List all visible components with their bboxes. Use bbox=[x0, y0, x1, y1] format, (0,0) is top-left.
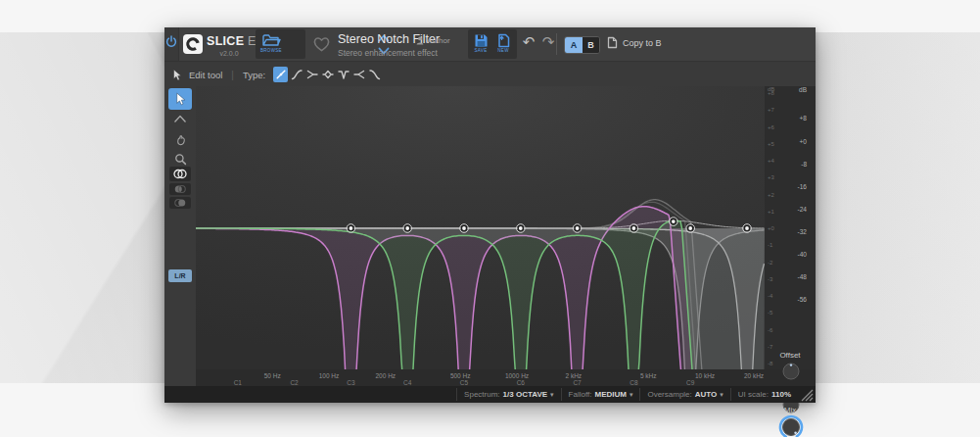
copy-to-b-button[interactable]: Copy to B bbox=[607, 36, 662, 49]
eq-db-tick: +1 bbox=[768, 209, 774, 215]
ui-scale-label: UI scale: bbox=[738, 390, 769, 399]
eq-db-tick: +8 bbox=[768, 90, 774, 96]
zoom-tool-button[interactable] bbox=[168, 151, 192, 167]
brand-logo bbox=[183, 34, 203, 54]
notch-filter-icon bbox=[337, 68, 350, 81]
ui-scale-control[interactable]: UI scale: 110% bbox=[730, 388, 798, 401]
note-tick-label: C9 bbox=[686, 379, 694, 386]
top-bar: SLICE EQ v2.0.0 BROWSE bbox=[164, 27, 816, 61]
lr-mode-button[interactable]: L/R bbox=[168, 269, 192, 282]
eq-node[interactable] bbox=[403, 224, 412, 233]
oversample-value: AUTO bbox=[695, 390, 718, 399]
eq-graph[interactable] bbox=[196, 86, 765, 370]
ab-toggle: A B bbox=[564, 36, 600, 54]
freq-tick-label: 20 kHz bbox=[744, 372, 764, 379]
spectrum-db-tick: -24 bbox=[798, 206, 807, 213]
redo-button[interactable]: ↷ bbox=[539, 33, 557, 53]
cursor-arrow-icon bbox=[175, 92, 186, 106]
eq-node[interactable] bbox=[347, 224, 355, 233]
channel-right-button[interactable] bbox=[169, 197, 191, 209]
eq-db-tick: -2 bbox=[768, 260, 772, 266]
eq-node[interactable] bbox=[686, 224, 695, 233]
eq-db-tick: +5 bbox=[768, 141, 774, 147]
magnifier-icon bbox=[174, 153, 187, 166]
note-tick-label: C6 bbox=[517, 379, 525, 386]
new-caption: NEW bbox=[497, 48, 508, 53]
type-high-pass-button[interactable] bbox=[289, 67, 303, 82]
eq-db-tick: +4 bbox=[768, 158, 774, 164]
type-tilt-button[interactable] bbox=[273, 67, 288, 82]
edit-tool-label: Edit tool bbox=[189, 70, 222, 80]
spectrum-mode-dropdown[interactable]: Spectrum: 1/3 OCTAVE ▾ bbox=[456, 388, 560, 401]
spectrum-scale-header: dB bbox=[799, 86, 807, 93]
right-panel: dB dB +8+7+6+5+4+3+2+1+0-1-2-3-4-5-6-7-8… bbox=[765, 86, 816, 369]
tilt-filter-icon bbox=[274, 68, 288, 81]
eq-node[interactable] bbox=[630, 224, 638, 233]
browse-button[interactable]: BROWSE bbox=[260, 32, 282, 53]
eq-db-tick: -5 bbox=[768, 310, 772, 316]
eq-node[interactable] bbox=[517, 224, 526, 233]
spectrum-value: 1/3 OCTAVE bbox=[503, 390, 548, 399]
eq-node[interactable] bbox=[670, 218, 678, 226]
resize-grip[interactable] bbox=[798, 387, 814, 402]
note-tick-label: C7 bbox=[573, 379, 581, 386]
toolrow-divider: | bbox=[231, 70, 234, 80]
falloff-label: Falloff: bbox=[569, 390, 592, 399]
type-notch-button[interactable] bbox=[336, 67, 350, 82]
new-doc-icon bbox=[496, 33, 511, 48]
note-tick-label: C1 bbox=[234, 379, 242, 386]
ui-scale-value: 110% bbox=[771, 390, 791, 399]
dropdown-caret-icon: ▾ bbox=[630, 391, 633, 399]
stereo-both-button[interactable] bbox=[169, 167, 191, 181]
save-caption: SAVE bbox=[475, 48, 488, 53]
channel-right-icon bbox=[173, 198, 187, 208]
save-icon bbox=[474, 33, 489, 48]
power-icon[interactable] bbox=[165, 35, 177, 49]
copy-to-b-label: Copy to B bbox=[623, 38, 662, 48]
plugin-window: SLICE EQ v2.0.0 BROWSE bbox=[164, 27, 816, 403]
folder-icon bbox=[261, 32, 281, 48]
eq-db-tick: +3 bbox=[768, 174, 774, 180]
falloff-dropdown[interactable]: Falloff: MEDIUM ▾ bbox=[561, 388, 640, 401]
save-button[interactable]: SAVE bbox=[471, 33, 490, 53]
stereo-both-icon bbox=[172, 169, 188, 179]
hand-icon bbox=[174, 133, 187, 147]
spectrum-db-tick: -40 bbox=[798, 251, 807, 258]
hand-tool-button[interactable] bbox=[168, 131, 192, 148]
edit-tool-button[interactable] bbox=[168, 88, 192, 110]
type-high-shelf-button[interactable] bbox=[351, 67, 366, 82]
high-pass-icon bbox=[290, 68, 303, 81]
spectrum-db-tick: -32 bbox=[798, 228, 807, 235]
eq-node[interactable] bbox=[573, 224, 582, 233]
curve-tool-button[interactable] bbox=[168, 112, 192, 125]
eq-db-tick: -7 bbox=[768, 344, 772, 350]
channel-left-button[interactable] bbox=[169, 183, 191, 195]
eq-db-tick: +0 bbox=[768, 225, 774, 231]
undo-button[interactable]: ↶ bbox=[520, 33, 537, 53]
eq-db-tick: +6 bbox=[768, 124, 774, 130]
favorite-heart-icon[interactable] bbox=[311, 34, 332, 54]
falloff-value: MEDIUM bbox=[594, 390, 626, 399]
new-button[interactable]: NEW bbox=[493, 33, 513, 53]
freq-tick-label: 500 Hz bbox=[450, 372, 471, 379]
offset-knob[interactable] bbox=[781, 362, 801, 381]
slot-b-button[interactable]: B bbox=[583, 37, 599, 53]
author-label: Author bbox=[427, 36, 450, 45]
oversample-dropdown[interactable]: Oversample: AUTO ▾ bbox=[639, 388, 729, 401]
eq-node[interactable] bbox=[460, 224, 469, 233]
slot-a-button[interactable]: A bbox=[565, 37, 583, 53]
note-tick-label: C4 bbox=[403, 379, 411, 386]
channel-left-icon bbox=[173, 184, 187, 194]
desktop-background: SLICE EQ v2.0.0 BROWSE bbox=[0, 0, 980, 437]
type-peak-button[interactable] bbox=[320, 67, 335, 82]
eq-db-tick: -8 bbox=[768, 361, 772, 366]
status-bar: Spectrum: 1/3 OCTAVE ▾ Falloff: MEDIUM ▾… bbox=[164, 386, 816, 403]
eq-node[interactable] bbox=[743, 224, 752, 233]
type-low-pass-button[interactable] bbox=[367, 67, 382, 82]
browse-panel: BROWSE bbox=[256, 29, 305, 59]
type-low-shelf-button[interactable] bbox=[304, 67, 319, 82]
preset-author: Author bbox=[416, 36, 450, 45]
peak-filter-icon bbox=[321, 68, 335, 81]
brand-bold: SLICE bbox=[207, 34, 244, 48]
mix-knob[interactable] bbox=[777, 413, 805, 437]
